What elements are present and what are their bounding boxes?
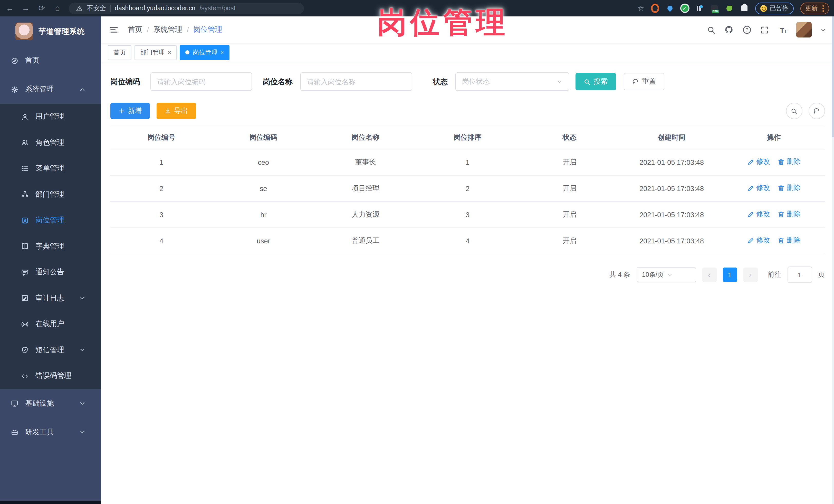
fullscreen-icon[interactable] [760,25,769,34]
post-code-input[interactable] [150,72,252,91]
sidebar-item-online-user[interactable]: 在线用户 [0,311,101,337]
browser-home-icon[interactable]: ⌂ [53,0,62,17]
sidebar-item-error-code[interactable]: 错误码管理 [0,363,101,389]
user-icon [21,113,29,121]
cell-status: 开启 [519,201,621,228]
goto-page-input[interactable] [787,266,812,283]
users-icon [21,139,29,147]
delete-link[interactable]: 删除 [777,183,800,193]
extension-sprout-icon[interactable] [725,4,733,12]
sidebar-item-dev-tools[interactable]: 研发工具 [0,418,101,446]
security-label[interactable]: 不安全 [87,4,106,13]
toggle-search-button[interactable] [786,103,802,119]
table-row: 4user普通员工4开启2021-01-05 17:03:48修改删除 [110,228,825,254]
sidebar-item-role-management[interactable]: 角色管理 [0,130,101,156]
app-logo[interactable]: 芋道管理系统 [0,17,101,46]
browser-back-icon[interactable]: ← [5,0,14,17]
sidebar-item-sms-management[interactable]: 短信管理 [0,337,101,363]
cell-name: 人力资源 [314,201,417,228]
sidebar: 芋道管理系统 首页系统管理用户管理角色管理菜单管理部门管理岗位管理字典管理通知公… [0,17,101,504]
reset-button[interactable]: 重置 [624,73,664,90]
app-title: 芋道管理系统 [39,26,85,36]
window-bottom-edge [0,500,101,504]
tab-close-icon[interactable]: × [168,49,171,56]
next-page-button[interactable]: › [743,267,758,282]
edit-link[interactable]: 修改 [747,157,770,167]
status-select[interactable]: 岗位状态 [455,72,569,91]
github-icon[interactable] [724,25,733,35]
tab-部门管理[interactable]: 部门管理× [134,45,177,60]
pagination-total: 共 4 条 [609,270,630,279]
breadcrumb-item[interactable]: 首页 [128,25,142,35]
post-name-input[interactable] [300,72,412,91]
bookmark-star-icon[interactable]: ☆ [638,4,644,12]
cell-code: ceo [213,149,315,175]
breadcrumb: 首页/系统管理/岗位管理 [128,25,222,35]
refresh-button[interactable] [808,103,825,119]
pagination: 共 4 条 10条/页 ‹ 1 › 前往 页 [110,266,825,283]
edit-link[interactable]: 修改 [747,183,770,193]
cell-sort: 1 [417,149,519,175]
browser-update-button[interactable]: 更新 [800,2,829,14]
browser-forward-icon[interactable]: → [21,0,30,17]
address-bar[interactable]: 不安全 dashboard.yudao.iocoder.cn/system/po… [69,2,304,14]
search-button[interactable]: 搜索 [575,73,616,90]
sidebar-item-infrastructure[interactable]: 基础设施 [0,389,101,418]
breadcrumb-item: 岗位管理 [194,25,222,35]
browser-menu-kebab-icon[interactable] [822,5,824,12]
window-scrollbar-thumb[interactable] [831,17,834,137]
tab-label: 部门管理 [140,48,165,57]
export-button[interactable]: 导出 [157,103,196,119]
cell-id: 4 [110,228,213,254]
browser-reload-icon[interactable]: ⟳ [37,0,46,17]
help-icon[interactable]: ? [742,25,751,35]
sidebar-item-user-management[interactable]: 用户管理 [0,104,101,130]
sidebar-toggle-button[interactable] [109,25,118,35]
extension-orange-ring-icon[interactable] [651,4,659,12]
delete-link[interactable]: 删除 [777,210,800,219]
trash-icon [777,184,785,192]
pencil-icon [747,237,755,244]
tab-首页[interactable]: 首页 [108,45,131,60]
user-avatar[interactable] [796,22,811,38]
extension-blue-pin-icon[interactable] [665,4,674,12]
extension-gtm-icon[interactable]: GTM [710,4,719,12]
cell-id: 1 [110,149,213,175]
avatar-caret-icon[interactable] [820,27,826,32]
sidebar-item-menu-management[interactable]: 菜单管理 [0,156,101,181]
font-size-icon[interactable]: TT [777,25,787,34]
update-label: 更新 [805,4,817,13]
url-path: /system/post [199,5,235,12]
extension-green-check-icon[interactable]: ✓ [680,4,689,12]
search-icon[interactable] [707,25,716,34]
page-size-select[interactable]: 10条/页 [636,267,696,282]
paused-badge[interactable]: 已暂停 [755,2,793,14]
add-button[interactable]: 新增 [110,103,150,119]
extensions-puzzle-icon[interactable] [740,4,748,12]
sidebar-item-post-management[interactable]: 岗位管理 [0,207,101,234]
search-button-icon [584,78,590,85]
sidebar-item-label: 在线用户 [36,320,64,329]
cell-name: 董事长 [314,149,417,175]
sidebar-item-system-management[interactable]: 系统管理 [0,75,101,104]
overlay-annotation-title: 岗位管理 [377,3,509,43]
sidebar-item-notice[interactable]: 通知公告 [0,259,101,285]
delete-link[interactable]: 删除 [777,236,800,245]
current-page-button[interactable]: 1 [723,267,737,282]
monitor-icon [11,399,19,407]
broadcast-icon [21,321,29,328]
post-code-label: 岗位编码 [110,77,140,87]
tab-close-icon[interactable]: × [220,49,224,56]
breadcrumb-item[interactable]: 系统管理 [154,25,182,35]
sidebar-item-audit-log[interactable]: 审计日志 [0,285,101,311]
sidebar-item-dept-management[interactable]: 部门管理 [0,181,101,207]
sidebar-item-home[interactable]: 首页 [0,46,101,75]
delete-link[interactable]: 删除 [777,157,800,167]
cell-created: 2021-01-05 17:03:48 [621,201,723,228]
edit-link[interactable]: 修改 [747,236,770,245]
sidebar-item-dict-management[interactable]: 字典管理 [0,234,101,259]
extension-sliders-icon[interactable] [695,4,704,12]
edit-link[interactable]: 修改 [747,210,770,219]
tab-岗位管理[interactable]: 岗位管理× [180,45,229,60]
prev-page-button[interactable]: ‹ [702,267,717,282]
